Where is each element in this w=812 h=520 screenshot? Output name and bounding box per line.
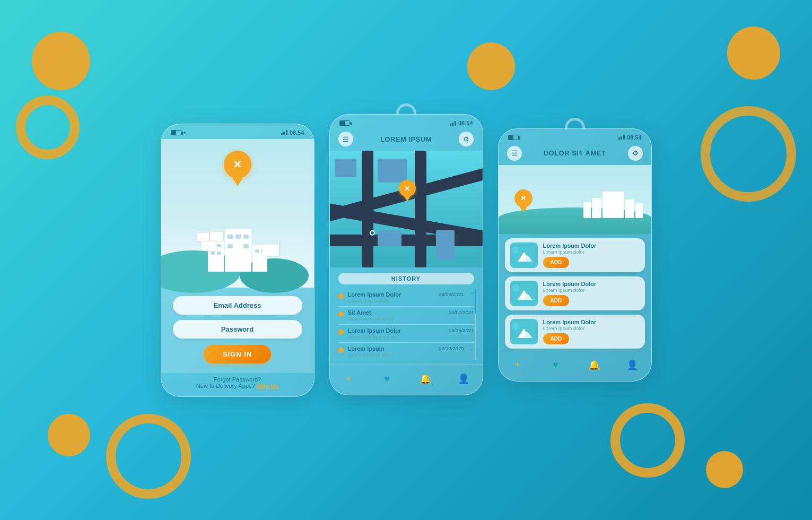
phone2-title: LOREM IPSUM [380, 135, 432, 143]
list-card-2: Lorem Ipsum Dolor Lorem ipsum dolor ADD [505, 315, 645, 349]
phone3-wrapper: 08.54 ☰ DOLOR SIT AMET ⚙ ✕ [498, 118, 652, 382]
signup-text: New to Delivery Apps? Sign Up [161, 383, 314, 389]
history-name-3: Lorem Ipsum [348, 345, 434, 352]
email-field[interactable]: Email Address [173, 296, 302, 315]
list-card-1: Lorem Ipsum Dolor Lorem ipsum dolor ADD [505, 276, 645, 310]
deco-circle-2 [48, 414, 90, 456]
scroll-track [475, 289, 476, 360]
map-pin-tail [404, 196, 411, 202]
phone3-card-list: Lorem Ipsum Dolor Lorem ipsum dolor ADD [499, 234, 651, 351]
hero-pin-circle-3: ✕ [514, 189, 532, 207]
nav-heart-2[interactable]: ♥ [379, 370, 396, 387]
map-bld-1 [335, 159, 356, 177]
history-date-1: 20/07/2021 [449, 309, 474, 315]
history-item-0[interactable]: Lorem Ipsum Dolor Lorem ipsum dolor 28/0… [338, 289, 474, 307]
history-item-1[interactable]: Sit Amet Ipsum dolor sit amet 20/07/2021 [338, 307, 474, 325]
battery-icon-2 [339, 120, 350, 126]
history-dot-2 [338, 330, 344, 335]
window-3 [211, 252, 215, 255]
history-text-1: Sit Amet Ipsum dolor sit amet [348, 309, 444, 322]
history-item-2[interactable]: Lorem Ipsum Dolor Lorem ipsum dolor sit … [338, 325, 474, 343]
history-sub-1: Ipsum dolor sit amet [348, 316, 444, 322]
deco-ring-3 [610, 403, 685, 478]
card-sub-2: Lorem ipsum dolor [543, 325, 640, 331]
status-time-1: 08.54 [290, 129, 304, 136]
deco-circle-1 [32, 32, 90, 90]
history-dot-1 [338, 311, 344, 317]
hamburger-menu[interactable]: ☰ [338, 132, 353, 146]
forgot-password-label: Forgot Password? [214, 376, 261, 383]
hanger-loop-3 [565, 118, 585, 129]
card-thumb-2 [510, 319, 538, 344]
location-pin-1: ✕ [224, 151, 251, 186]
hero-pin-tail-3 [520, 207, 527, 213]
window-main-4 [228, 244, 233, 248]
card-title-1: Lorem Ipsum Dolor [543, 281, 640, 287]
signup-link[interactable]: Sign Up [257, 383, 279, 389]
history-item-3[interactable]: Lorem Ipsum Ipsum dolor sit amet 02/12/2… [338, 343, 474, 360]
phone2-wrapper: 08.54 ☰ LOREM IPSUM ⚙ [329, 103, 483, 395]
nav-add-2[interactable]: + [340, 370, 357, 387]
window-main-3 [243, 235, 249, 239]
nav-user-3[interactable]: 👤 [624, 357, 641, 374]
map-bld-4 [436, 230, 455, 259]
phone-list: 08.54 ☰ DOLOR SIT AMET ⚙ ✕ [498, 128, 652, 382]
window-4 [217, 252, 221, 255]
password-field[interactable]: Password [173, 320, 302, 339]
settings-icon-3[interactable]: ⚙ [628, 146, 643, 161]
history-sub-2: Lorem ipsum dolor sit [348, 334, 444, 340]
status-bar-1: + 08.54 [161, 124, 314, 139]
svg-point-9 [512, 323, 519, 330]
battery-fill-3 [509, 135, 514, 140]
phone3-hero: ✕ [499, 165, 651, 234]
status-icons-3: 08.54 [618, 134, 642, 141]
status-battery-1: + [171, 130, 186, 135]
signal-bar-3-1 [618, 137, 620, 140]
list-card-0: Lorem Ipsum Dolor Lorem ipsum dolor ADD [505, 238, 645, 272]
nav-bell-2[interactable]: 🔔 [417, 370, 434, 387]
phone-map-inner: 08.54 ☰ LOREM IPSUM ⚙ [330, 115, 483, 395]
card-title-2: Lorem Ipsum Dolor [543, 319, 640, 325]
status-icons-1: 08.54 [281, 129, 304, 136]
deco-ring-2 [106, 414, 191, 499]
hamburger-menu-3[interactable]: ☰ [507, 146, 522, 161]
bottom-nav-2: + ♥ 🔔 👤 [330, 365, 483, 395]
map-pin-circle: ✕ [399, 180, 416, 197]
chevron-down-3: ⌄ [469, 345, 474, 352]
history-text-2: Lorem Ipsum Dolor Lorem ipsum dolor sit [348, 327, 444, 340]
nav-user-2[interactable]: 👤 [455, 370, 472, 387]
signal-bars-2 [450, 121, 456, 126]
building-col-main [225, 229, 251, 272]
battery-fill-1 [171, 131, 177, 135]
history-text-3: Lorem Ipsum Ipsum dolor sit amet [348, 345, 434, 358]
window-main-1 [228, 235, 233, 239]
card-thumb-0 [510, 242, 538, 268]
nav-heart-3[interactable]: ♥ [547, 357, 564, 374]
road-v1 [362, 151, 373, 267]
nav-bell-3[interactable]: 🔔 [586, 357, 603, 374]
phone3-header: ☰ DOLOR SIT AMET ⚙ [499, 144, 651, 165]
main-tower [603, 192, 624, 218]
status-time-3: 08.54 [627, 134, 642, 141]
settings-icon-2[interactable]: ⚙ [459, 132, 474, 146]
signal-bar-2-3 [455, 121, 456, 126]
chevron-up-0: ⌃ [469, 291, 474, 298]
phones-container: + 08.54 ✕ [161, 124, 652, 397]
warehouse-scene [161, 192, 314, 288]
signin-button[interactable]: SIGN IN [204, 345, 271, 363]
card-sub-0: Lorem ipsum dolor [543, 249, 640, 255]
signal-bar-1 [281, 133, 283, 135]
history-text-0: Lorem Ipsum Dolor Lorem ipsum dolor [348, 291, 434, 304]
window-2 [217, 244, 221, 247]
status-time-2: 08.54 [458, 120, 473, 126]
add-button-1[interactable]: ADD [543, 295, 570, 306]
battery-icon-1 [171, 130, 181, 135]
tower-2 [592, 198, 601, 218]
card-sub-1: Lorem ipsum dolor [543, 287, 640, 293]
history-section: HISTORY Lorem Ipsum Dolor Lorem ipsum do… [330, 267, 483, 365]
forgot-password-text[interactable]: Forgot Password? [161, 376, 314, 383]
card-thumb-svg-1 [510, 281, 538, 306]
add-button-2[interactable]: ADD [543, 333, 570, 344]
add-button-0[interactable]: ADD [543, 257, 570, 268]
nav-add-3[interactable]: + [509, 357, 526, 374]
